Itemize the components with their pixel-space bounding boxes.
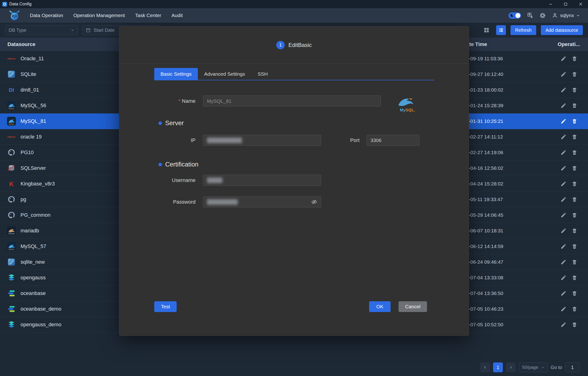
edit-icon[interactable] — [560, 243, 567, 249]
close-button[interactable] — [573, 0, 588, 8]
ip-input[interactable] — [203, 135, 321, 146]
edit-icon[interactable] — [560, 321, 567, 328]
cancel-button[interactable]: Cancel — [399, 301, 427, 312]
edit-icon[interactable] — [560, 181, 567, 187]
edit-icon[interactable] — [560, 118, 567, 124]
datasource-cell: oceanbase_demo — [0, 305, 61, 313]
operation-cell — [560, 87, 577, 93]
mysql-icon: MySQL — [7, 117, 16, 126]
ok-button[interactable]: OK — [369, 301, 391, 312]
page-number-button[interactable]: 1 — [493, 363, 503, 372]
svg-text:ORACLE: ORACLE — [8, 58, 15, 60]
delete-icon[interactable] — [572, 212, 577, 218]
delete-icon[interactable] — [572, 71, 577, 77]
next-page-button[interactable] — [506, 363, 516, 372]
nav-item-data-operation[interactable]: Data Operation — [25, 13, 68, 18]
operation-cell — [560, 306, 577, 312]
datasource-cell: ORACLE Oracle_11 — [0, 54, 44, 63]
delete-icon[interactable] — [572, 103, 577, 108]
edit-icon[interactable] — [560, 71, 567, 77]
datasource-cell: K Kingbase_v8r3 — [0, 179, 55, 188]
delete-icon[interactable] — [572, 197, 577, 202]
delete-icon[interactable] — [572, 306, 577, 312]
required-asterisk: * — [178, 98, 181, 104]
db-type-select[interactable]: DB Type — [5, 25, 78, 35]
edit-icon[interactable] — [560, 165, 567, 171]
edit-icon[interactable] — [560, 306, 567, 312]
mariadb-icon: MariaDB — [7, 226, 16, 235]
edit-icon[interactable] — [560, 149, 567, 155]
edit-icon[interactable] — [560, 275, 567, 281]
nav-item-operation-management[interactable]: Operation Management — [68, 13, 130, 18]
edit-icon[interactable] — [560, 212, 567, 218]
datasource-cell: opengauss_demo — [0, 320, 61, 329]
maximize-button[interactable] — [558, 0, 573, 8]
user-menu[interactable]: sqlynx — [552, 12, 580, 18]
username-input[interactable] — [203, 175, 321, 186]
tab-advanced-settings[interactable]: Advanced Settings — [198, 68, 251, 80]
operation-cell — [560, 290, 577, 296]
operation-cell — [560, 212, 577, 218]
goto-page-input[interactable] — [565, 363, 580, 372]
edit-icon[interactable] — [560, 102, 567, 109]
sqlserver-icon — [7, 164, 16, 173]
port-input[interactable] — [367, 135, 419, 146]
prev-page-button[interactable] — [480, 363, 490, 372]
edit-icon[interactable] — [560, 290, 567, 296]
delete-icon[interactable] — [572, 228, 577, 233]
moon-icon — [510, 13, 514, 17]
delete-icon[interactable] — [572, 243, 577, 249]
minimize-button[interactable] — [543, 0, 558, 8]
language-icon[interactable] — [527, 12, 533, 19]
delete-icon[interactable] — [572, 181, 577, 187]
delete-icon[interactable] — [572, 150, 577, 155]
datasource-name: Oracle_11 — [21, 55, 44, 62]
datasource-cell: MySQL MySQL_81 — [0, 117, 46, 126]
datasource-cell: ORACLE oracle 19 — [0, 133, 42, 141]
delete-icon[interactable] — [572, 118, 577, 124]
delete-icon[interactable] — [572, 275, 577, 280]
add-datasource-button[interactable]: Add datasource — [541, 25, 583, 35]
refresh-button[interactable]: Refresh — [511, 25, 536, 35]
modal-header: 1 EditBasic — [119, 26, 469, 64]
section-bullet-icon — [158, 163, 162, 166]
grid-view-icon[interactable] — [482, 25, 491, 35]
edit-icon[interactable] — [560, 55, 567, 62]
datasource-name: oracle 19 — [21, 134, 42, 140]
edit-icon[interactable] — [560, 134, 567, 140]
test-button[interactable]: Test — [154, 301, 177, 312]
password-label: Password — [154, 199, 196, 205]
delete-icon[interactable] — [572, 322, 577, 327]
delete-icon[interactable] — [572, 56, 577, 61]
datasource-name: sqlite_new — [21, 259, 45, 265]
edit-icon[interactable] — [560, 228, 567, 234]
datasource-name: mariadb — [21, 228, 39, 234]
gear-icon[interactable] — [539, 12, 546, 19]
datasource-name: pg — [21, 196, 26, 202]
delete-icon[interactable] — [572, 87, 577, 93]
datasource-name: opengauss_demo — [21, 321, 61, 328]
edit-icon[interactable] — [560, 259, 567, 265]
delete-icon[interactable] — [572, 134, 577, 140]
delete-icon[interactable] — [572, 290, 577, 296]
user-icon — [552, 12, 558, 18]
edit-icon[interactable] — [560, 87, 567, 93]
nav-item-audit[interactable]: Audit — [166, 13, 188, 18]
delete-icon[interactable] — [572, 165, 577, 171]
edit-icon[interactable] — [560, 196, 567, 202]
operation-cell — [560, 102, 577, 109]
list-view-icon[interactable] — [496, 25, 506, 35]
dark-mode-toggle[interactable] — [508, 12, 521, 19]
eye-off-icon[interactable] — [311, 199, 317, 205]
operation-cell — [560, 259, 577, 265]
password-input[interactable] — [203, 196, 321, 207]
delete-icon[interactable] — [572, 259, 577, 265]
datasource-name: MySQL_81 — [21, 118, 46, 124]
window-title: Data Config — [9, 2, 32, 7]
name-input[interactable] — [203, 96, 381, 107]
nav-item-task-center[interactable]: Task Center — [130, 13, 166, 18]
page-size-select[interactable]: 50/page — [519, 363, 548, 372]
tab-ssh[interactable]: SSH — [251, 68, 274, 80]
tab-basic-settings[interactable]: Basic Settings — [154, 68, 198, 80]
step-indicator: 1 — [276, 41, 285, 49]
